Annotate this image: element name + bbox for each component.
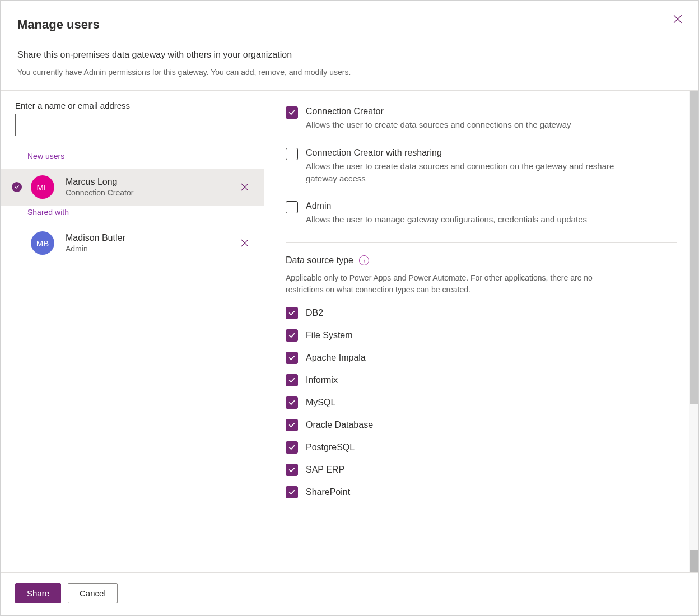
user-role: Connection Creator [66, 188, 133, 197]
permission-label: Admin [306, 201, 587, 211]
data-source-item: File System [286, 329, 677, 342]
data-source-label: PostgreSQL [306, 442, 355, 452]
permission-label: Connection Creator with resharing [306, 148, 631, 158]
user-meta: Marcus LongConnection Creator [66, 177, 133, 197]
data-source-checkbox[interactable] [286, 329, 298, 342]
user-name: Marcus Long [66, 177, 133, 187]
scrollbar-thumb[interactable] [690, 91, 698, 404]
selected-check-icon [12, 182, 22, 192]
divider [286, 242, 677, 243]
user-role: Admin [66, 244, 125, 253]
data-source-checkbox[interactable] [286, 486, 298, 498]
data-source-checkbox[interactable] [286, 352, 298, 364]
data-source-header: Data source type i [286, 255, 677, 265]
permission-checkbox[interactable] [286, 201, 298, 213]
data-source-checkbox[interactable] [286, 374, 298, 386]
data-source-item: SAP ERP [286, 464, 677, 476]
data-source-checkbox[interactable] [286, 464, 298, 476]
name-input[interactable] [15, 114, 249, 136]
section-new-users: New users [1, 150, 264, 169]
permission-text: Connection Creator with resharingAllows … [306, 148, 631, 185]
data-source-label: DB2 [306, 308, 323, 318]
data-source-item: Informix [286, 374, 677, 386]
dialog-footer: Share Cancel [1, 572, 698, 615]
data-source-item: Apache Impala [286, 352, 677, 364]
dialog-subtitle: Share this on-premises data gateway with… [17, 50, 682, 60]
name-input-label: Enter a name or email address [1, 101, 264, 114]
scrollbar-thumb-lower[interactable] [690, 550, 698, 572]
data-source-item: PostgreSQL [286, 441, 677, 454]
user-row-shared[interactable]: MBMadison ButlerAdmin [1, 225, 264, 262]
data-source-label: Oracle Database [306, 420, 373, 430]
data-source-label: SharePoint [306, 487, 350, 497]
permission-conn_creator_reshare: Connection Creator with resharingAllows … [286, 148, 677, 185]
user-meta: Madison ButlerAdmin [66, 233, 125, 253]
data-source-label: Apache Impala [306, 353, 366, 363]
remove-user-icon[interactable] [240, 183, 249, 192]
data-source-checkbox[interactable] [286, 307, 298, 319]
close-icon[interactable] [673, 14, 683, 24]
data-source-item: MySQL [286, 396, 677, 409]
data-source-checkbox[interactable] [286, 441, 298, 454]
selection-spacer [12, 243, 22, 244]
scrollbar-track[interactable] [689, 91, 698, 572]
data-source-item: DB2 [286, 307, 677, 319]
permission-label: Connection Creator [306, 106, 571, 116]
data-source-label: Informix [306, 375, 338, 385]
info-icon[interactable]: i [359, 255, 369, 265]
permission-text: Connection CreatorAllows the user to cre… [306, 106, 571, 131]
permission-description: Allows the user to manage gateway config… [306, 213, 587, 226]
details-pane: Connection CreatorAllows the user to cre… [264, 91, 698, 572]
permission-conn_creator: Connection CreatorAllows the user to cre… [286, 106, 677, 131]
share-button[interactable]: Share [15, 583, 61, 603]
permission-checkbox[interactable] [286, 148, 298, 160]
data-source-checkbox[interactable] [286, 419, 298, 431]
data-source-label: File System [306, 330, 353, 340]
dialog-body: Enter a name or email address New users … [1, 91, 698, 572]
data-source-heading: Data source type [286, 255, 353, 265]
dialog-title: Manage users [17, 17, 682, 32]
data-source-checkbox[interactable] [286, 396, 298, 409]
data-source-label: SAP ERP [306, 465, 344, 475]
permission-checkbox[interactable] [286, 106, 298, 119]
data-source-item: Oracle Database [286, 419, 677, 431]
user-row-new[interactable]: MLMarcus LongConnection Creator [1, 169, 264, 206]
permission-admin: AdminAllows the user to manage gateway c… [286, 201, 677, 226]
avatar: ML [31, 175, 54, 199]
remove-user-icon[interactable] [240, 239, 249, 248]
section-shared-with: Shared with [1, 206, 264, 225]
data-source-label: MySQL [306, 398, 335, 408]
user-name: Madison Butler [66, 233, 125, 243]
data-source-item: SharePoint [286, 486, 677, 498]
data-source-note: Applicable only to Power Apps and Power … [286, 272, 622, 296]
avatar: MB [31, 231, 54, 255]
permission-line: You currently have Admin permissions for… [17, 68, 682, 77]
permission-description: Allows the user to create data sources a… [306, 119, 571, 131]
dialog-header: Manage users Share this on-premises data… [1, 1, 698, 91]
permission-description: Allows the user to create data sources a… [306, 160, 631, 185]
users-pane: Enter a name or email address New users … [1, 91, 264, 572]
permission-text: AdminAllows the user to manage gateway c… [306, 201, 587, 226]
cancel-button[interactable]: Cancel [68, 583, 118, 603]
